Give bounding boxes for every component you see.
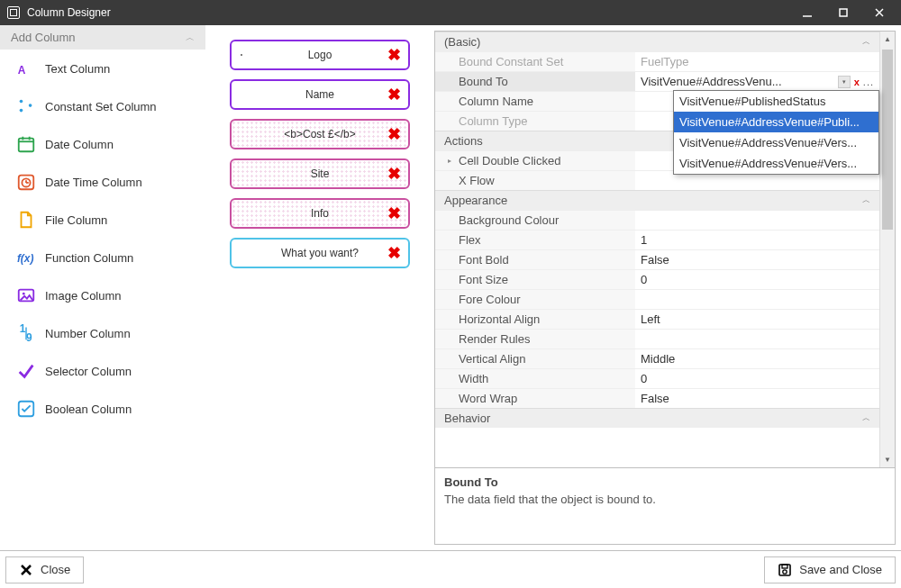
- sidebar-item-label: Number Column: [45, 327, 131, 340]
- property-label: Bound To: [435, 72, 635, 91]
- property-value[interactable]: Left: [635, 310, 879, 329]
- property-row[interactable]: Font Size0: [435, 269, 879, 289]
- scroll-up-icon[interactable]: ▲: [880, 32, 895, 47]
- sidebar-item-label: Boolean Column: [45, 403, 132, 416]
- sidebar-item-selector[interactable]: Selector Column: [0, 352, 205, 390]
- chip-indicator-dot: [241, 54, 242, 56]
- property-row[interactable]: Width0: [435, 368, 879, 388]
- footer: Close Save and Close: [0, 550, 901, 588]
- dropdown-option[interactable]: VisitVenue#AddressVenue#Publi...: [674, 112, 878, 132]
- chip-remove-icon[interactable]: ✖: [387, 204, 401, 223]
- property-value[interactable]: VisitVenue#AddressVenu...▾x...: [635, 72, 879, 91]
- sidebar-item-label: Date Column: [45, 138, 114, 151]
- chip-remove-icon[interactable]: ✖: [387, 124, 401, 144]
- property-value[interactable]: False: [635, 389, 879, 408]
- property-label: Background Colour: [435, 211, 635, 230]
- property-value[interactable]: 1: [635, 231, 879, 249]
- window-close-button[interactable]: [861, 0, 897, 25]
- property-value-text: Left: [641, 312, 660, 326]
- column-chip-label: Info: [232, 207, 408, 220]
- sidebar-item-function[interactable]: f(x)Function Column: [0, 239, 205, 276]
- property-row[interactable]: Bound Constant SetFuelType: [435, 51, 879, 71]
- svg-point-6: [20, 109, 23, 113]
- ellipsis-button[interactable]: ...: [863, 77, 874, 87]
- column-chip[interactable]: Logo✖: [230, 40, 410, 70]
- property-row[interactable]: Bound ToVisitVenue#AddressVenu...▾x...: [435, 71, 879, 91]
- chevron-up-icon: ︿: [186, 32, 195, 44]
- column-chip[interactable]: Name✖: [230, 79, 410, 110]
- property-value[interactable]: 0: [635, 369, 879, 388]
- sidebar-item-boolean[interactable]: Boolean Column: [0, 390, 205, 428]
- save-and-close-button[interactable]: Save and Close: [764, 556, 896, 583]
- property-row[interactable]: Flex1: [435, 230, 879, 249]
- vertical-scrollbar[interactable]: ▲ ▼: [879, 32, 895, 467]
- column-chip[interactable]: Site✖: [230, 158, 410, 189]
- svg-point-7: [29, 104, 32, 107]
- sidebar-item-datetime[interactable]: Date Time Column: [0, 163, 205, 201]
- column-chip[interactable]: <b>Cost £</b>✖: [230, 119, 410, 149]
- property-value-text: False: [641, 253, 669, 267]
- property-value[interactable]: 0: [635, 270, 879, 289]
- property-row[interactable]: Render Rules: [435, 329, 879, 348]
- sidebar-item-label: Date Time Column: [45, 176, 142, 189]
- property-value[interactable]: False: [635, 250, 879, 269]
- chip-remove-icon[interactable]: ✖: [387, 45, 401, 65]
- column-chip[interactable]: Info✖: [230, 198, 410, 229]
- chip-remove-icon[interactable]: ✖: [387, 85, 401, 104]
- property-value[interactable]: [635, 290, 879, 309]
- property-category-header[interactable]: Behavior︿: [435, 408, 879, 428]
- close-button-label: Close: [41, 563, 70, 576]
- sidebar-item-image[interactable]: Image Column: [0, 276, 205, 314]
- save-button-label: Save and Close: [799, 563, 882, 576]
- column-chip-label: Name: [232, 88, 408, 101]
- property-category-header[interactable]: Appearance︿: [435, 190, 879, 210]
- dropdown-toggle-icon[interactable]: ▾: [838, 76, 851, 88]
- bound-to-dropdown[interactable]: VisitVenue#PublishedStatusVisitVenue#Add…: [673, 90, 879, 175]
- sidebar-item-number[interactable]: 19Number Column: [0, 314, 205, 352]
- sidebar: Add Column ︿ AText ColumnConstant Set Co…: [0, 25, 205, 550]
- property-row[interactable]: Vertical AlignMiddle: [435, 348, 879, 368]
- property-label: Cell Double Clicked: [435, 151, 635, 170]
- sidebar-item-constset[interactable]: Constant Set Column: [0, 87, 205, 125]
- property-label: Font Bold: [435, 250, 635, 269]
- property-label: Word Wrap: [435, 389, 635, 408]
- property-row[interactable]: Fore Colour: [435, 289, 879, 309]
- sidebar-item-file[interactable]: File Column: [0, 201, 205, 239]
- number-icon: 19: [16, 323, 36, 343]
- chevron-up-icon: ︿: [862, 194, 870, 206]
- property-value[interactable]: [635, 211, 879, 230]
- sidebar-header[interactable]: Add Column ︿: [0, 25, 205, 50]
- sidebar-item-text[interactable]: AText Column: [0, 50, 205, 87]
- property-row[interactable]: Horizontal AlignLeft: [435, 309, 879, 329]
- close-button[interactable]: Close: [5, 556, 84, 583]
- scrollbar-thumb[interactable]: [882, 50, 893, 230]
- property-value-text: 1: [641, 233, 647, 247]
- scroll-down-icon[interactable]: ▼: [880, 452, 895, 467]
- category-name: Appearance: [444, 194, 507, 207]
- property-value-text: 0: [641, 273, 647, 286]
- window-minimize-button[interactable]: [789, 0, 825, 25]
- chip-remove-icon[interactable]: ✖: [387, 243, 401, 263]
- window-maximize-button[interactable]: [825, 0, 861, 25]
- column-chip[interactable]: What you want?✖: [230, 238, 410, 268]
- file-icon: [16, 210, 36, 230]
- property-row[interactable]: Font BoldFalse: [435, 249, 879, 269]
- property-value[interactable]: Middle: [635, 349, 879, 368]
- dropdown-option[interactable]: VisitVenue#PublishedStatus: [674, 91, 878, 112]
- property-row[interactable]: Background Colour: [435, 210, 879, 230]
- property-row[interactable]: Word WrapFalse: [435, 388, 879, 408]
- property-category-header[interactable]: (Basic)︿: [435, 32, 879, 51]
- clear-value-icon[interactable]: x: [854, 77, 860, 87]
- property-value[interactable]: [635, 330, 879, 348]
- chip-remove-icon[interactable]: ✖: [387, 164, 401, 184]
- dropdown-option[interactable]: VisitVenue#AddressVenue#Vers...: [674, 132, 878, 153]
- property-label: Flex: [435, 231, 635, 249]
- property-grid: (Basic)︿Bound Constant SetFuelTypeBound …: [434, 31, 896, 545]
- sidebar-item-date[interactable]: Date Column: [0, 125, 205, 163]
- sidebar-item-label: Selector Column: [45, 365, 132, 378]
- image-icon: [16, 285, 36, 305]
- chevron-up-icon: ︿: [862, 36, 870, 48]
- property-value-text: 0: [641, 372, 647, 385]
- dropdown-option[interactable]: VisitVenue#AddressVenue#Vers...: [674, 153, 878, 174]
- property-value[interactable]: FuelType: [635, 52, 879, 71]
